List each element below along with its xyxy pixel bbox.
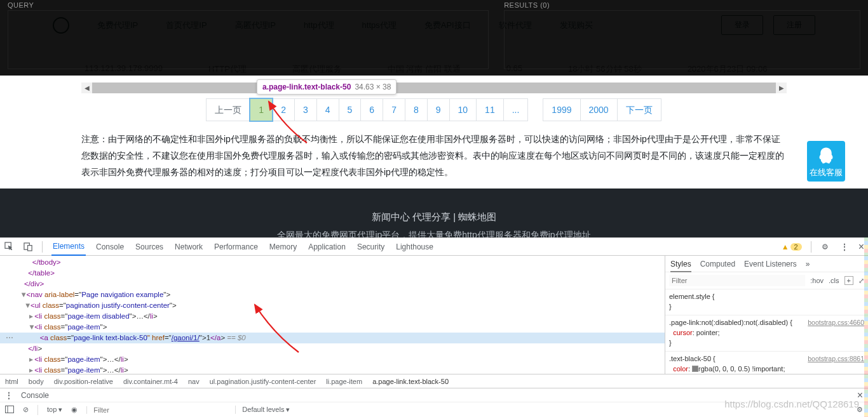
console-sidebar-icon[interactable] (5, 406, 14, 414)
gear-icon[interactable]: ⚙ (820, 242, 831, 252)
context-select[interactable]: top ▾ (47, 406, 62, 414)
console-menu-icon[interactable]: ⋮ (5, 391, 13, 400)
pager-page[interactable]: 6 (360, 98, 383, 121)
more-icon[interactable]: ⤢ (858, 277, 864, 285)
annotation-arrow (266, 95, 323, 152)
tab-console[interactable]: Console (95, 239, 125, 255)
tab-elements[interactable]: Elements (51, 238, 86, 256)
expand-icon[interactable]: ▼ (24, 300, 31, 311)
tab-network[interactable]: Network (173, 239, 204, 255)
crumb-active[interactable]: a.page-link.text-black-50 (372, 378, 449, 385)
pager-page[interactable]: 2000 (580, 98, 618, 121)
pager-page[interactable]: 11 (476, 98, 504, 121)
tab-security[interactable]: Security (356, 239, 386, 255)
log-levels-select[interactable]: Default levels ▾ (235, 406, 290, 414)
crumb[interactable]: ul.pagination.justify-content-center (210, 378, 316, 385)
pager-page[interactable]: 1999 (543, 98, 580, 121)
watermark: https://blog.csdn.net/QQ128619 (724, 399, 859, 409)
pager-ellipsis: ... (503, 98, 529, 121)
clear-console-icon[interactable]: ⊘ (23, 406, 29, 414)
svg-rect-2 (27, 246, 32, 251)
annotation-arrow (251, 298, 315, 359)
new-rule-icon[interactable]: + (844, 276, 853, 285)
side-tab-more-icon[interactable]: » (806, 260, 810, 269)
page-footer: 新闻中心 代理分享 | 蜘蛛地图 全网最大的免费网页代理ip平台，提供大量免费h… (0, 189, 868, 237)
device-toggle-icon[interactable] (23, 242, 33, 252)
warning-badge[interactable]: 2 (790, 243, 802, 251)
kefu-label: 在线客服 (810, 168, 843, 177)
results-label: RESULTS (0) (504, 1, 860, 9)
notice-text: 注意：由于网络的不确定性和非国外ip代理服务器的负载不均衡性，所以不能保证您在使… (81, 131, 787, 181)
pager-prev: 上一页 (206, 98, 250, 121)
query-label: QUERY (8, 1, 489, 9)
devtools-close-icon[interactable]: × (858, 241, 864, 253)
crumb[interactable]: div.container.mt-4 (123, 378, 178, 385)
svg-rect-3 (6, 406, 14, 413)
pager-page[interactable]: 7 (383, 98, 405, 121)
cls-toggle[interactable]: .cls (829, 277, 839, 284)
tab-sources[interactable]: Sources (134, 239, 165, 255)
pagination: 上一页 1 2 3 4 5 6 7 8 9 10 11 ... 1999 200… (0, 98, 868, 121)
footer-links[interactable]: 新闻中心 代理分享 | 蜘蛛地图 (0, 211, 868, 223)
styles-pane: Styles Computed Event Listeners » :hov .… (665, 256, 868, 374)
expand-icon[interactable]: ▼ (20, 289, 27, 300)
crumb[interactable]: li.page-item (326, 378, 362, 385)
crumb[interactable]: body (29, 378, 44, 385)
pager-page[interactable]: 5 (339, 98, 362, 121)
minimap-accent (864, 237, 868, 417)
crumb[interactable]: div.position-relative (54, 378, 113, 385)
dev-overlay: QUERY RESULTS (0) (0, 0, 868, 76)
pager-page[interactable]: 9 (427, 98, 450, 121)
customer-service-widget[interactable]: 在线客服 (807, 141, 845, 182)
scrollbar-thumb[interactable] (92, 83, 776, 93)
styles-filter-input[interactable] (669, 275, 805, 286)
color-swatch[interactable] (692, 366, 698, 372)
inspect-icon[interactable] (4, 242, 14, 252)
pager-page[interactable]: 10 (449, 98, 477, 121)
tab-memory[interactable]: Memory (268, 239, 298, 255)
tooltip-dims: 34.63 × 38 (355, 83, 391, 91)
tab-application[interactable]: Application (307, 239, 347, 255)
source-link[interactable]: bootstrap.css:8861 (808, 354, 864, 364)
tab-performance[interactable]: Performance (213, 239, 259, 255)
dom-tree[interactable]: </tbody> </table> </div> ▼<nav aria-labe… (0, 256, 665, 374)
expand-icon[interactable]: ▼ (28, 322, 34, 333)
footer-sub: 全网最大的免费网页代理ip平台，提供大量免费http代理服务器和免费ip代理地址 (0, 230, 868, 237)
expand-icon[interactable]: ▸ (28, 311, 34, 322)
source-link[interactable]: bootstrap.css:4660 (808, 317, 864, 328)
console-drawer-tab[interactable]: Console (21, 391, 49, 400)
expand-icon[interactable]: ▸ (28, 365, 34, 374)
devtools-tabbar: Elements Console Sources Network Perform… (0, 238, 868, 256)
results-box (504, 10, 860, 69)
side-tab-computed[interactable]: Computed (700, 260, 735, 269)
scroll-right-icon[interactable]: ▶ (776, 83, 787, 93)
query-box[interactable] (8, 10, 489, 69)
side-tab-styles[interactable]: Styles (670, 260, 691, 272)
devtools-panel: Elements Console Sources Network Perform… (0, 237, 868, 417)
scroll-left-icon[interactable]: ◀ (81, 83, 92, 93)
horizontal-scrollbar[interactable]: ◀ ▶ (81, 83, 787, 93)
element-tooltip: a.page-link.text-black-5034.63 × 38 (257, 79, 397, 95)
crumb[interactable]: html (5, 378, 18, 385)
tab-lighthouse[interactable]: Lighthouse (395, 239, 435, 255)
hov-toggle[interactable]: :hov (810, 277, 824, 284)
side-tab-listeners[interactable]: Event Listeners (744, 260, 797, 269)
expand-icon[interactable]: ▸ (28, 354, 34, 365)
console-filter-input[interactable] (93, 406, 181, 414)
qq-icon (817, 146, 836, 165)
breadcrumb[interactable]: html body div.position-relative div.cont… (0, 374, 868, 388)
selected-dom-node[interactable]: ⋯ <a class="page-link text-black-50" hre… (0, 333, 665, 343)
pager-next[interactable]: 下一页 (617, 98, 661, 121)
pager-page[interactable]: 8 (405, 98, 428, 121)
live-expression-icon[interactable]: ◉ (71, 406, 78, 414)
kebab-icon[interactable]: ⋮ (839, 242, 850, 252)
crumb[interactable]: nav (188, 378, 200, 385)
tooltip-selector: a.page-link.text-black-50 (262, 83, 351, 91)
